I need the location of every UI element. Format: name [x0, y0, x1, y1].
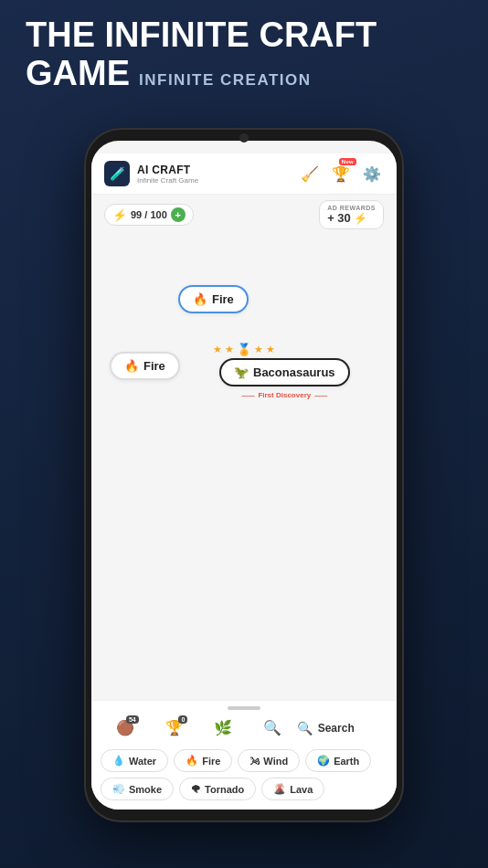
element-row-2: 💨 Smoke 🌪 Tornado 🌋 Lava	[101, 778, 387, 800]
fire-left-label: Fire	[143, 359, 165, 373]
element-row-1: 💧 Water 🔥 Fire 🌬 Wind 🌍 Earth	[101, 749, 387, 772]
brush-button[interactable]: 🧹	[298, 162, 322, 185]
craft-card-fire-top[interactable]: 🔥 Fire	[178, 285, 249, 313]
phone-shell: 🧪 AI CRAFT Infinite Craft Game 🧹 🏆 New ⚙…	[84, 128, 404, 822]
bottom-handle	[91, 701, 397, 712]
bottom-panel: 🟤 54 🏆 0 🌿 🔍 🔍 Search	[91, 700, 397, 810]
energy-bar: ⚡ 99 / 100 + AD REWARDS + 30 ⚡	[91, 195, 397, 235]
trophy-badge: 0	[178, 715, 187, 724]
earth-emoji: 🌍	[317, 755, 330, 767]
smoke-emoji: 💨	[112, 783, 125, 795]
lava-label: Lava	[290, 784, 313, 795]
page-header: THE INFINITE CRAFT GAME INFINITE CREATIO…	[26, 16, 462, 93]
fire-left-emoji: 🔥	[124, 359, 139, 373]
fire-top-emoji: 🔥	[193, 292, 207, 306]
craft-card-baconasaurus[interactable]: 🦖 Baconasaurus First Discovery	[219, 358, 350, 386]
tornado-label: Tornado	[205, 784, 244, 795]
energy-icon: ⚡	[112, 208, 127, 222]
ad-rewards-value: + 30	[327, 211, 351, 225]
app-logo: 🧪	[104, 161, 130, 186]
ad-rewards-icon: ⚡	[354, 212, 367, 225]
lava-emoji: 🌋	[273, 783, 286, 795]
smoke-label: Smoke	[129, 784, 162, 795]
energy-text: 99 / 100	[131, 209, 167, 220]
app-name: AI CRAFT	[137, 164, 291, 176]
element-lava[interactable]: 🌋 Lava	[261, 778, 324, 800]
search-label: Search	[318, 722, 355, 735]
water-label: Water	[129, 756, 156, 767]
craft-card-fire-left[interactable]: 🔥 Fire	[110, 352, 180, 380]
tab-trophy[interactable]: 🏆 0	[150, 715, 199, 740]
element-tornado[interactable]: 🌪 Tornado	[179, 778, 256, 800]
new-badge: New	[339, 158, 356, 165]
wind-label: Wind	[263, 756, 288, 767]
search-button[interactable]: 🔍 Search	[297, 721, 387, 736]
elements-badge: 54	[126, 715, 139, 724]
energy-display: ⚡ 99 / 100 +	[104, 204, 194, 226]
camera-notch	[239, 133, 249, 143]
search-icon: 🔍	[297, 721, 313, 736]
phone-screen: 🧪 AI CRAFT Infinite Craft Game 🧹 🏆 New ⚙…	[91, 141, 397, 810]
earth-label: Earth	[334, 756, 359, 767]
element-earth[interactable]: 🌍 Earth	[305, 749, 371, 772]
element-wind[interactable]: 🌬 Wind	[238, 749, 300, 772]
fire-emoji: 🔥	[186, 755, 198, 767]
baconasaurus-emoji: 🦖	[234, 365, 249, 379]
settings-button[interactable]: ⚙️	[360, 162, 384, 185]
water-emoji: 💧	[112, 755, 125, 767]
element-fire[interactable]: 🔥 Fire	[174, 749, 232, 772]
baconasaurus-label: Baconasaurus	[253, 365, 335, 379]
tab-search-icon[interactable]: 🔍	[248, 715, 297, 740]
tab-elements[interactable]: 🟤 54	[101, 715, 150, 740]
app-title-block: AI CRAFT Infinite Craft Game	[137, 164, 291, 185]
element-list: 💧 Water 🔥 Fire 🌬 Wind 🌍 Earth	[91, 744, 397, 810]
tab-bar: 🟤 54 🏆 0 🌿 🔍 🔍 Search	[91, 712, 397, 744]
trophy-button[interactable]: 🏆 New	[329, 162, 353, 185]
tornado-emoji: 🌪	[191, 784, 201, 795]
craft-area[interactable]: 🔥 Fire 🔥 Fire ★ ★ 🏅 ★ ★ 🦖 Baconasaurus F…	[91, 235, 397, 700]
fire-top-label: Fire	[212, 292, 234, 306]
tab-tree[interactable]: 🌿	[198, 715, 248, 740]
app-header: 🧪 AI CRAFT Infinite Craft Game 🧹 🏆 New ⚙…	[91, 153, 397, 195]
fire-label: Fire	[202, 756, 220, 767]
ad-rewards-box[interactable]: AD REWARDS + 30 ⚡	[319, 200, 384, 229]
stars-decoration: ★ ★ 🏅 ★ ★	[213, 343, 275, 356]
page-title: THE INFINITE CRAFT GAME INFINITE CREATIO…	[26, 16, 462, 93]
element-water[interactable]: 💧 Water	[101, 749, 168, 772]
element-smoke[interactable]: 💨 Smoke	[101, 778, 174, 800]
header-icons: 🧹 🏆 New ⚙️	[298, 162, 384, 185]
first-discovery-label: First Discovery	[241, 391, 327, 399]
app-tagline: Infinite Craft Game	[137, 176, 291, 185]
energy-add-button[interactable]: +	[171, 207, 186, 222]
ad-rewards-label: AD REWARDS	[327, 205, 376, 211]
wind-emoji: 🌬	[249, 756, 260, 767]
